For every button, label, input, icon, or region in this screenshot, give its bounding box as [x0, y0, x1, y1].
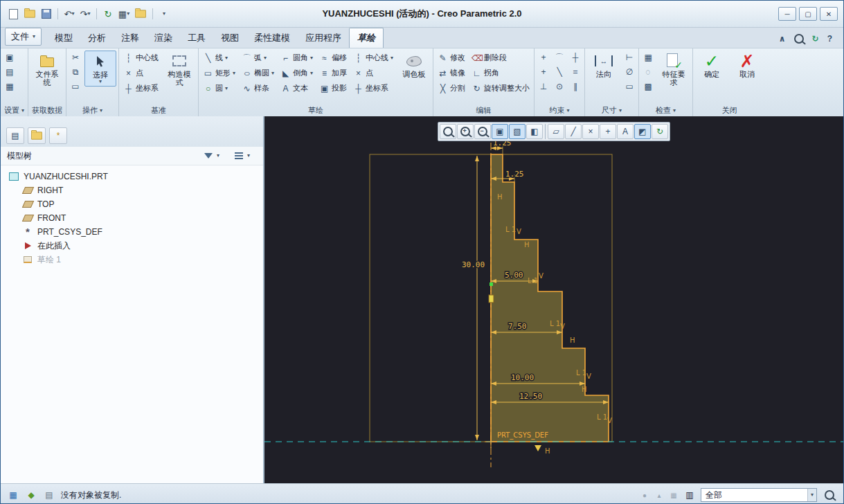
tab-sketch[interactable]: 草绘 — [349, 28, 384, 48]
datum-csys-button[interactable]: ┼坐标系 — [121, 81, 161, 96]
tab-file[interactable]: 文件▾ — [5, 28, 42, 46]
navigator-tree-toggle-button[interactable]: ▤ — [6, 127, 24, 144]
datum-centerline-button[interactable]: ┆中心线 — [121, 51, 161, 65]
tree-item-insert-here[interactable]: 在此插入 — [1, 239, 263, 253]
new-file-button[interactable] — [6, 7, 20, 21]
undo-button[interactable]: ↶▾ — [62, 7, 76, 21]
tree-item-front-plane[interactable]: FRONT — [1, 211, 263, 225]
project-tool-button[interactable]: ▣投影 — [317, 81, 349, 96]
redo-button[interactable]: ↷▾ — [78, 7, 92, 21]
text-tool-button[interactable]: A文本 — [278, 81, 315, 96]
sketch-canvas[interactable]: 1.251.2530.005.007.5010.0012.50HL 1VHL 1… — [264, 116, 843, 483]
setup-options-button[interactable]: ▦ — [3, 80, 17, 93]
overlapping-geometry-button[interactable]: ▦ — [641, 51, 655, 64]
find-icon[interactable] — [825, 490, 834, 500]
chamfer-tool-button[interactable]: ◣倒角▾ — [278, 66, 315, 80]
arc-tool-button[interactable]: ⌒弧▾ — [240, 51, 276, 65]
reference-dimension-button[interactable]: ∅ — [622, 65, 636, 79]
tree-item-csys[interactable]: * PRT_CSYS_DEF — [1, 225, 263, 239]
constraint-horizontal-button[interactable]: + — [537, 65, 550, 79]
help-icon[interactable]: ? — [827, 34, 832, 44]
normal-dimension-button[interactable]: ↔ 法向 — [587, 51, 620, 80]
datum-axis-display-button[interactable]: ╱ — [565, 124, 582, 139]
open-session-button[interactable] — [133, 7, 148, 21]
line-tool-button[interactable]: ╲线▾ — [201, 51, 237, 65]
sketch-annotation-dim[interactable]: 10.00 — [511, 373, 534, 382]
tree-item-part[interactable]: YUANZHUCESHI.PRT — [1, 170, 263, 183]
group-label-dimension[interactable]: 尺寸▾ — [585, 105, 638, 116]
sketch-annotation-dim[interactable]: 1.25 — [505, 170, 524, 179]
message-log-icon[interactable]: ▤ — [43, 489, 55, 501]
favorites-button[interactable]: * — [49, 127, 67, 144]
folder-browser-button[interactable] — [28, 127, 46, 144]
dropdown-arrow-icon[interactable]: ▾ — [217, 153, 219, 159]
regenerate-button[interactable]: ↻ — [101, 7, 115, 21]
filter-funnel-icon[interactable] — [204, 153, 213, 159]
filter-select[interactable]: 全部 ▾ — [701, 488, 817, 502]
sketch-annotation-dim[interactable]: 5.00 — [505, 271, 523, 280]
divide-button[interactable]: ╳分割 — [436, 81, 467, 96]
offset-tool-button[interactable]: ≈偏移 — [317, 51, 349, 65]
shade-closed-loops-button[interactable]: ▩ — [641, 80, 655, 93]
zoom-in-button[interactable]: + — [457, 124, 474, 139]
fillet-tool-button[interactable]: ⌐圆角▾ — [278, 51, 315, 65]
constraint-equal-button[interactable]: = — [568, 65, 582, 79]
graphics-area[interactable]: 1.251.2530.005.007.5010.0012.50HL 1VHL 1… — [264, 116, 843, 483]
rotate-resize-button[interactable]: ↻旋转调整大小 — [469, 81, 532, 96]
dropdown-arrow-icon[interactable]: ▾ — [247, 153, 250, 159]
highlight-open-ends-button[interactable]: ◌ — [641, 65, 655, 79]
tab-view[interactable]: 视图 — [213, 28, 246, 48]
constraint-perpendicular-button[interactable]: ⊥ — [537, 80, 550, 93]
sketch-annotation-dim[interactable]: 7.50 — [508, 322, 527, 331]
datum-plane-display-button[interactable]: ▱ — [548, 124, 564, 139]
constraint-symmetric-button[interactable]: ┼ — [568, 51, 582, 64]
perimeter-dimension-button[interactable]: ⊢ — [622, 51, 636, 64]
group-label-constrain[interactable]: 约束▾ — [535, 105, 584, 116]
snap-point-handle[interactable] — [490, 282, 493, 286]
circle-tool-button[interactable]: ○圆▾ — [201, 81, 237, 96]
sketch-point-button[interactable]: ×点 — [351, 66, 395, 80]
drag-handle[interactable] — [489, 295, 494, 303]
open-file-button[interactable] — [22, 7, 37, 21]
mirror-button[interactable]: ⇄镜像 — [436, 66, 467, 80]
tab-tools[interactable]: 工具 — [180, 28, 213, 48]
sketch-annotation-dim[interactable]: 12.50 — [519, 392, 542, 401]
delete-segment-button[interactable]: ⌫删除段 — [469, 51, 532, 65]
tree-item-sketch1[interactable]: 草绘 1 — [1, 253, 263, 267]
tree-settings-icon[interactable] — [235, 152, 243, 154]
save-button[interactable] — [39, 7, 53, 21]
setup-publish-button[interactable]: ▣ — [3, 51, 17, 64]
tab-applications[interactable]: 应用程序 — [298, 28, 349, 48]
full-screen-toggle-icon[interactable]: ◆ — [25, 489, 37, 501]
refit-button[interactable]: ▣ — [492, 124, 508, 139]
datum-point-button[interactable]: ×点 — [121, 66, 161, 80]
tree-item-top-plane[interactable]: TOP — [1, 197, 263, 211]
feature-requirements-button[interactable]: ✓ 特征要求 — [657, 51, 690, 89]
constraint-coincident-button[interactable]: ⊙ — [553, 80, 566, 93]
group-label-inspect[interactable]: 检查▾ — [639, 105, 692, 116]
modify-button[interactable]: ✎修改 — [436, 51, 467, 65]
tab-analysis[interactable]: 分析 — [80, 28, 114, 48]
ok-button[interactable]: ✓ 确定 — [695, 51, 728, 80]
search-tools-button[interactable]: ▥ — [683, 489, 696, 501]
cut-button[interactable]: ✂ — [69, 51, 82, 64]
close-window-button[interactable]: ✕ — [820, 7, 838, 21]
csys-display-button[interactable]: + — [600, 124, 616, 139]
group-label-operations[interactable]: 操作▾ — [66, 105, 118, 116]
display-style-button[interactable]: ◧ — [526, 124, 543, 139]
tab-render[interactable]: 渲染 — [147, 28, 180, 48]
maximize-button[interactable]: ▢ — [799, 7, 817, 21]
thicken-tool-button[interactable]: ≡加厚 — [317, 66, 349, 80]
sketch-annotation-dim[interactable]: 30.00 — [462, 260, 485, 269]
tab-flexible-modeling[interactable]: 柔性建模 — [246, 28, 298, 48]
file-system-button[interactable]: 文件系统 — [30, 51, 64, 89]
navigator-toggle-icon[interactable]: ▦ — [7, 489, 19, 501]
regenerate-status-icon[interactable]: ▦ — [669, 490, 679, 500]
stop-button[interactable]: ● — [640, 490, 649, 500]
minimize-button[interactable]: ─ — [778, 7, 796, 21]
constraint-parallel-button[interactable]: ∥ — [568, 80, 582, 93]
sketch-display-button[interactable]: ◩ — [634, 124, 651, 139]
construction-mode-button[interactable]: 构造模式 — [163, 51, 196, 89]
customize-qat-button[interactable]: ▾ — [157, 7, 171, 21]
zoom-out-button[interactable]: − — [474, 124, 491, 139]
